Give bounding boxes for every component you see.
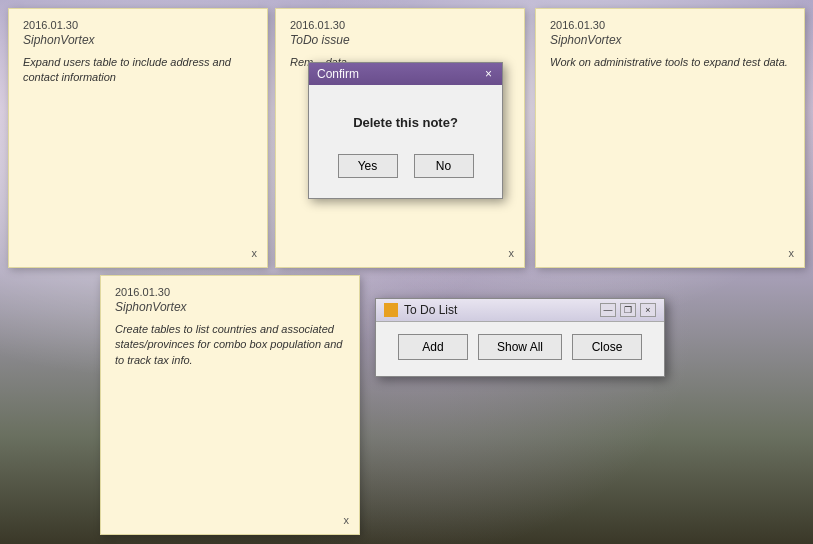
confirm-message: Delete this note? <box>329 115 482 130</box>
todo-titlebar-controls: — ❐ × <box>600 303 656 317</box>
todo-body: Add Show All Close <box>376 322 664 376</box>
note-2-date: 2016.01.30 <box>290 19 510 31</box>
todo-show-all-button[interactable]: Show All <box>478 334 562 360</box>
todo-dialog: To Do List — ❐ × Add Show All Close <box>375 298 665 377</box>
note-3-close[interactable]: x <box>789 247 795 259</box>
note-1-close[interactable]: x <box>252 247 258 259</box>
note-4-close[interactable]: x <box>344 514 350 526</box>
todo-title: To Do List <box>404 303 457 317</box>
todo-minimize-button[interactable]: — <box>600 303 616 317</box>
todo-restore-button[interactable]: ❐ <box>620 303 636 317</box>
note-4-author: SiphonVortex <box>115 300 345 314</box>
note-card-4: 2016.01.30 SiphonVortex Create tables to… <box>100 275 360 535</box>
note-2-author: ToDo issue <box>290 33 510 47</box>
todo-titlebar: To Do List — ❐ × <box>376 299 664 322</box>
note-3-content: Work on administrative tools to expand t… <box>550 55 790 70</box>
note-1-author: SiphonVortex <box>23 33 253 47</box>
confirm-yes-button[interactable]: Yes <box>338 154 398 178</box>
note-1-date: 2016.01.30 <box>23 19 253 31</box>
todo-close-button[interactable]: Close <box>572 334 642 360</box>
confirm-titlebar: Confirm × <box>309 63 502 85</box>
confirm-body: Delete this note? Yes No <box>309 85 502 198</box>
confirm-title: Confirm <box>317 67 359 81</box>
note-3-author: SiphonVortex <box>550 33 790 47</box>
note-3-date: 2016.01.30 <box>550 19 790 31</box>
todo-x-button[interactable]: × <box>640 303 656 317</box>
note-1-content: Expand users table to include address an… <box>23 55 253 86</box>
confirm-buttons: Yes No <box>329 154 482 178</box>
todo-add-button[interactable]: Add <box>398 334 468 360</box>
todo-icon <box>384 303 398 317</box>
note-4-content: Create tables to list countries and asso… <box>115 322 345 368</box>
confirm-close-button[interactable]: × <box>483 67 494 81</box>
confirm-no-button[interactable]: No <box>414 154 474 178</box>
note-card-1: 2016.01.30 SiphonVortex Expand users tab… <box>8 8 268 268</box>
note-2-close[interactable]: x <box>509 247 515 259</box>
todo-titlebar-left: To Do List <box>384 303 457 317</box>
note-card-3: 2016.01.30 SiphonVortex Work on administ… <box>535 8 805 268</box>
note-4-date: 2016.01.30 <box>115 286 345 298</box>
confirm-dialog: Confirm × Delete this note? Yes No <box>308 62 503 199</box>
